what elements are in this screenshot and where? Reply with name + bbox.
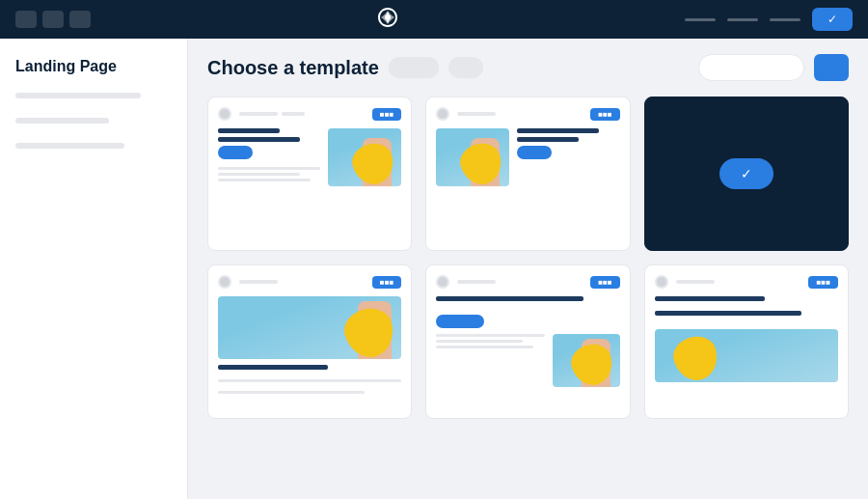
lemon-image-6 <box>655 329 838 382</box>
nav-left-controls <box>15 11 91 28</box>
card-1-header: ■■■ <box>218 107 401 121</box>
search-input[interactable] <box>698 54 804 81</box>
template-card-2[interactable]: ■■■ <box>425 97 630 251</box>
card-gray-line <box>218 179 311 181</box>
card-dark-line <box>218 128 280 133</box>
header-left: Choose a template <box>207 57 483 79</box>
top-navigation: ✓ <box>0 0 868 39</box>
card-2-row <box>436 128 619 186</box>
card-4-header: ■■■ <box>218 275 401 289</box>
page-title: Choose a template <box>207 57 379 79</box>
confirm-button[interactable]: ✓ <box>812 8 853 31</box>
card-5-circle <box>436 275 449 289</box>
card-5-cta <box>436 315 484 328</box>
action-button[interactable] <box>814 54 849 81</box>
card-5-image <box>553 334 620 387</box>
nav-control-1[interactable] <box>15 11 37 28</box>
card-2-lines <box>457 112 590 116</box>
sidebar-nav-item-1[interactable] <box>15 93 141 98</box>
template-card-6[interactable]: ■■■ <box>644 264 849 419</box>
nav-divider-1 <box>685 18 716 21</box>
card-1-cta <box>218 146 253 159</box>
template-card-4[interactable]: ■■■ <box>207 264 412 419</box>
card-6-circle <box>655 275 668 289</box>
card-gray-line <box>218 379 401 382</box>
card-4-image <box>218 296 401 359</box>
card-1-text <box>218 128 320 186</box>
card-4-body <box>218 296 401 397</box>
card-2-circle <box>436 107 449 121</box>
sidebar-title: Landing Page <box>15 58 172 75</box>
card-gray-line <box>218 391 365 394</box>
card-dark-line <box>517 128 599 133</box>
nav-control-3[interactable] <box>69 11 91 28</box>
card-gray-line <box>436 346 533 348</box>
card-1-body <box>218 128 401 186</box>
card-6-body <box>655 296 838 382</box>
nav-divider-2 <box>727 18 758 21</box>
nav-divider-3 <box>770 18 800 21</box>
selected-overlay: ✓ <box>645 97 848 250</box>
card-gray-line <box>436 340 523 343</box>
card-line <box>457 280 496 284</box>
content-area: Choose a template ■■■ <box>188 39 868 499</box>
card-dark-line <box>655 296 765 301</box>
sidebar: Landing Page <box>0 39 188 499</box>
card-line <box>239 112 278 116</box>
nav-control-2[interactable] <box>42 11 64 28</box>
card-2-badge: ■■■ <box>590 108 620 121</box>
lemon-image-5 <box>553 334 620 387</box>
card-2-header: ■■■ <box>436 107 619 121</box>
card-line <box>457 112 496 116</box>
card-1-circle <box>218 107 231 121</box>
card-dark-line <box>218 137 300 142</box>
card-5-row <box>436 334 619 387</box>
card-line <box>239 280 278 284</box>
card-1-row <box>218 128 401 186</box>
lemon-graphic <box>669 332 722 382</box>
card-dark-line <box>517 137 579 142</box>
card-5-body <box>436 296 619 387</box>
template-grid: ■■■ <box>207 97 849 419</box>
selected-check-badge: ✓ <box>719 158 773 189</box>
card-line <box>282 112 305 116</box>
card-5-text <box>436 334 544 387</box>
app-logo <box>376 6 399 33</box>
card-2-text <box>517 128 619 186</box>
card-5-lines <box>457 280 590 284</box>
sidebar-nav-item-2[interactable] <box>15 118 109 124</box>
card-5-badge: ■■■ <box>590 276 620 289</box>
sidebar-nav-item-3[interactable] <box>15 143 124 149</box>
card-dark-line <box>436 296 583 301</box>
card-6-header: ■■■ <box>655 275 838 289</box>
card-5-header: ■■■ <box>436 275 619 289</box>
template-card-1[interactable]: ■■■ <box>207 97 412 251</box>
card-2-image <box>436 128 509 186</box>
nav-right-controls: ✓ <box>685 8 853 31</box>
card-gray-line <box>218 173 300 176</box>
card-dark-line <box>218 365 328 370</box>
template-card-3[interactable]: ✓ <box>644 97 849 251</box>
main-layout: Landing Page Choose a template <box>0 39 868 499</box>
card-gray-line <box>436 334 544 337</box>
card-2-cta <box>517 146 552 159</box>
card-6-badge: ■■■ <box>808 276 838 289</box>
lemon-image-2 <box>436 128 509 186</box>
card-4-circle <box>218 275 231 289</box>
card-dark-line <box>655 311 801 316</box>
card-6-image <box>655 329 838 382</box>
content-header: Choose a template <box>207 54 849 81</box>
card-4-badge: ■■■ <box>372 276 402 289</box>
card-2-body <box>436 128 619 186</box>
card-1-image <box>328 128 401 186</box>
card-4-lines <box>239 280 372 284</box>
filter-pill[interactable] <box>389 57 439 78</box>
card-6-lines <box>676 280 809 284</box>
filter-pill-2[interactable] <box>448 57 483 78</box>
template-card-5[interactable]: ■■■ <box>425 264 630 419</box>
lemon-image-4 <box>218 296 401 359</box>
card-line <box>676 280 715 284</box>
card-gray-line <box>218 167 320 170</box>
lemon-image-1 <box>328 128 401 186</box>
card-1-badge: ■■■ <box>372 108 402 121</box>
